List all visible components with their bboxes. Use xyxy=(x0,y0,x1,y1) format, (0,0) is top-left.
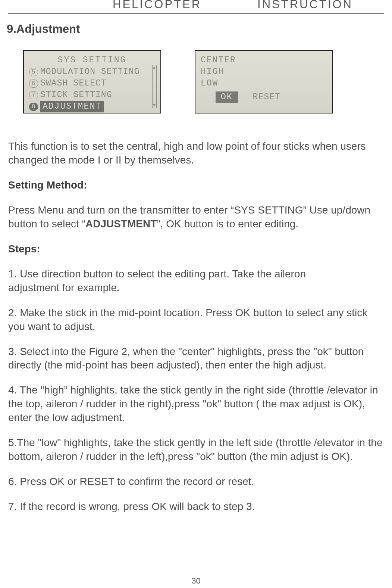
step-1b: adjustment for example xyxy=(8,282,117,293)
page-number: 30 xyxy=(0,576,392,586)
section-title: 9.Adjustment xyxy=(7,22,392,36)
step-2: 2. Make the stick in the mid-point locat… xyxy=(8,306,384,334)
lcd1-label-6: SWASH SELECT xyxy=(40,78,107,89)
lcd1-item-8-selected: 8 ADJUSTMENT xyxy=(29,101,155,112)
lcd1-num-6: 6 xyxy=(29,80,38,88)
body-content: This function is to set the central, hig… xyxy=(8,140,384,514)
lcd2-button-row: OK RESET xyxy=(201,91,327,103)
lcd2-reset-button: RESET xyxy=(253,91,280,103)
lcd1-num-7: 7 xyxy=(29,91,38,99)
setting-method-bold: ADJUSTMENT xyxy=(85,218,157,230)
header-left: HELICOPTER xyxy=(113,0,201,11)
lcd1-label-5: MODULATION SETTING xyxy=(40,66,139,78)
step-1a: 1. Use direction button to select the ed… xyxy=(8,267,384,281)
lcd-screens: SYS SETTING 5 MODULATION SETTING 6 SWASH… xyxy=(23,50,392,113)
steps-heading: Steps: xyxy=(8,242,384,256)
lcd1-item-6: 6 SWASH SELECT xyxy=(29,78,155,89)
lcd1-num-5: 5 xyxy=(29,68,38,76)
scroll-down-icon: ▼ xyxy=(153,103,156,108)
setting-method-body: Press Menu and turn on the transmitter t… xyxy=(8,203,384,231)
step-5: 5.The "low" highlights, take the stick g… xyxy=(8,436,384,464)
lcd2-option-high: HIGH xyxy=(201,66,327,78)
lcd2-ok-button: OK xyxy=(216,91,238,103)
intro-paragraph: This function is to set the central, hig… xyxy=(8,140,384,167)
setting-method-heading: Setting Method: xyxy=(8,178,384,192)
step-4: 4. The "high” highlights, take the stick… xyxy=(8,383,384,425)
setting-method-post: ”, OK button is to enter editing. xyxy=(157,218,298,230)
step-7: 7. If the record is wrong, press OK will… xyxy=(8,500,384,514)
lcd1-label-8: ADJUSTMENT xyxy=(40,101,104,112)
scroll-up-icon: ▲ xyxy=(153,66,156,70)
step-3: 3. Select into the Figure 2, when the "c… xyxy=(8,345,384,373)
lcd1-title: SYS SETTING xyxy=(29,55,155,66)
lcd2-option-center: CENTER xyxy=(201,55,327,66)
lcd1-item-5: 5 MODULATION SETTING xyxy=(29,66,155,78)
lcd1-scrollbar: ▲ ▼ xyxy=(152,65,157,108)
lcd-sys-setting: SYS SETTING 5 MODULATION SETTING 6 SWASH… xyxy=(23,50,161,113)
lcd-adjustment: CENTER HIGH LOW OK RESET xyxy=(195,50,333,113)
step-1-dot: . xyxy=(117,282,120,293)
lcd1-item-7: 7 STICK SETTING xyxy=(29,89,155,101)
page-header: HELICOPTER INSTRUCTION xyxy=(0,0,392,11)
header-divider xyxy=(8,13,384,14)
header-right: INSTRUCTION xyxy=(257,0,353,11)
lcd1-label-7: STICK SETTING xyxy=(40,89,112,101)
lcd1-num-8: 8 xyxy=(29,103,38,111)
step-6: 6. Press OK or RESET to confirm the reco… xyxy=(8,475,384,489)
lcd2-option-low: LOW xyxy=(201,78,327,89)
step-1b-line: adjustment for example. xyxy=(8,281,384,295)
